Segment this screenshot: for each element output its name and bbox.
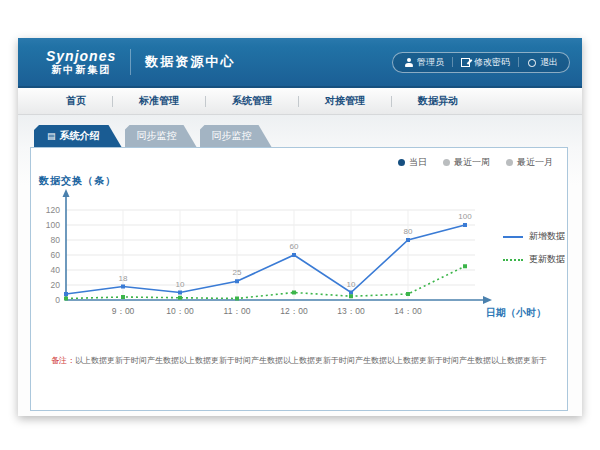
- data-point: [406, 238, 410, 242]
- data-point: [349, 291, 353, 295]
- y-tick-label: 0: [55, 295, 60, 305]
- y-tick-label: 20: [51, 280, 61, 290]
- data-point: [121, 295, 125, 299]
- user-bar-logout[interactable]: 退出: [527, 56, 558, 69]
- user-bar-account[interactable]: 管理员: [404, 56, 444, 69]
- app-header: Synjones 新中新集团 数据资源中心 管理员修改密码退出: [18, 38, 582, 88]
- x-tick-label: 12：00: [280, 306, 308, 316]
- x-tick-label: 11：00: [224, 306, 251, 316]
- edit-icon: [461, 58, 470, 67]
- y-tick-label: 100: [46, 220, 60, 230]
- app-title: 数据资源中心: [145, 53, 235, 71]
- legend-label: 更新数据: [529, 253, 565, 266]
- y-tick-label: 40: [51, 265, 61, 275]
- user-bar-label: 退出: [540, 56, 558, 69]
- tab-label: 同步监控: [212, 129, 252, 143]
- data-point: [292, 291, 296, 295]
- user-bar-separator: [518, 57, 519, 67]
- range-option-1[interactable]: 最近一周: [443, 156, 490, 169]
- user-bar: 管理员修改密码退出: [392, 52, 570, 73]
- user-bar-label: 修改密码: [474, 56, 510, 69]
- x-axis-arrow-icon: [483, 296, 492, 304]
- nav-item-2[interactable]: 系统管理: [206, 94, 298, 108]
- tab-1[interactable]: 同步监控: [125, 125, 197, 147]
- data-point: [64, 297, 68, 301]
- y-tick-label: 120: [46, 205, 60, 215]
- tab-0[interactable]: ▤系统介绍: [34, 125, 122, 147]
- legend-label: 新增数据: [529, 230, 565, 243]
- brand-logo-text: Synjones: [46, 49, 116, 64]
- user-icon: [404, 58, 413, 67]
- data-point: [64, 292, 68, 296]
- range-option-label: 最近一月: [517, 156, 553, 169]
- point-label: 80: [404, 227, 413, 236]
- legend-swatch: [503, 236, 523, 238]
- data-point: [235, 297, 239, 301]
- legend-item-1[interactable]: 更新数据: [503, 253, 565, 266]
- y-tick-label: 60: [51, 250, 61, 260]
- data-point: [349, 294, 353, 298]
- time-range-options: 当日最近一周最近一月: [398, 156, 553, 169]
- x-axis-title: 日期（小时）: [486, 306, 546, 320]
- y-tick-label: 80: [51, 235, 61, 245]
- content-area: ▤系统介绍同步监控同步监控 当日最近一周最近一月 数据交换（条） 0204060…: [18, 115, 582, 416]
- range-option-0[interactable]: 当日: [398, 156, 427, 169]
- footnote-prefix: 备注：: [51, 356, 75, 365]
- range-option-label: 最近一周: [454, 156, 490, 169]
- data-point: [178, 291, 182, 295]
- footnote: 备注：以上数据更新于时间产生数据以上数据更新于时间产生数据以上数据更新于时间产生…: [31, 355, 567, 366]
- brand-logo: Synjones 新中新集团: [46, 49, 116, 75]
- tab-label: 同步监控: [137, 129, 177, 143]
- header-divider: [130, 49, 131, 75]
- user-bar-separator: [452, 57, 453, 67]
- data-point: [463, 223, 467, 227]
- point-label: 18: [119, 274, 128, 283]
- x-tick-label: 9：00: [112, 306, 135, 316]
- data-point: [406, 292, 410, 296]
- main-nav: 首页标准管理系统管理对接管理数据异动: [18, 88, 582, 115]
- user-bar-label: 管理员: [417, 56, 444, 69]
- range-option-2[interactable]: 最近一月: [506, 156, 553, 169]
- nav-item-1[interactable]: 标准管理: [113, 94, 205, 108]
- nav-item-3[interactable]: 对接管理: [299, 94, 391, 108]
- document-icon: ▤: [47, 132, 56, 141]
- tab-bar: ▤系统介绍同步监控同步监控: [34, 125, 272, 147]
- chart-panel: 当日最近一周最近一月 数据交换（条） 0204060801001209：0010…: [30, 147, 568, 411]
- y-axis-arrow-icon: [63, 189, 70, 197]
- data-point: [121, 285, 125, 289]
- nav-item-0[interactable]: 首页: [40, 94, 112, 108]
- point-label: 10: [176, 280, 185, 289]
- range-option-label: 当日: [409, 156, 427, 169]
- radio-icon: [443, 159, 450, 166]
- footnote-text: 以上数据更新于时间产生数据以上数据更新于时间产生数据以上数据更新于时间产生数据以…: [75, 356, 547, 365]
- nav-item-4[interactable]: 数据异动: [392, 94, 484, 108]
- legend-swatch: [503, 259, 523, 261]
- data-point: [463, 264, 467, 268]
- tab-2[interactable]: 同步监控: [200, 125, 272, 147]
- legend-item-0[interactable]: 新增数据: [503, 230, 565, 243]
- app-window: Synjones 新中新集团 数据资源中心 管理员修改密码退出 首页标准管理系统…: [18, 38, 582, 416]
- page-background: Synjones 新中新集团 数据资源中心 管理员修改密码退出 首页标准管理系统…: [0, 0, 600, 450]
- radio-selected-icon: [398, 159, 405, 166]
- point-label: 10: [347, 280, 356, 289]
- point-label: 60: [290, 242, 299, 251]
- point-label: 25: [233, 268, 242, 277]
- x-tick-label: 14：00: [394, 306, 422, 316]
- x-tick-label: 13：00: [337, 306, 365, 316]
- data-point: [178, 296, 182, 300]
- tab-label: 系统介绍: [60, 129, 100, 143]
- chart-legend: 新增数据更新数据: [503, 230, 565, 276]
- x-tick-label: 10：00: [166, 306, 194, 316]
- line-chart: 0204060801001209：0010：0011：0012：0013：001…: [31, 178, 501, 328]
- brand-logo-subtext: 新中新集团: [46, 64, 116, 75]
- radio-icon: [506, 159, 513, 166]
- data-point: [235, 279, 239, 283]
- data-point: [292, 253, 296, 257]
- point-label: 100: [458, 212, 472, 221]
- power-icon: [527, 58, 536, 67]
- user-bar-change-password[interactable]: 修改密码: [461, 56, 510, 69]
